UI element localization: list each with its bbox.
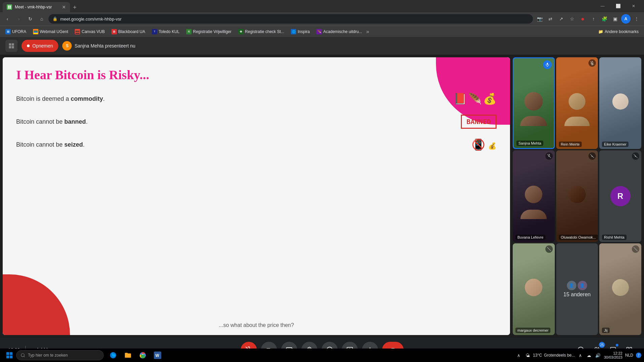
maximize-button[interactable]: ⬜	[610, 0, 626, 12]
close-button[interactable]: ✕	[626, 0, 641, 12]
oluwatobi-video	[556, 150, 598, 242]
svg-rect-12	[9, 43, 11, 46]
taskbar-files[interactable]	[121, 349, 135, 362]
bookmark-academische[interactable]: 🪶 Academische uitdru...	[314, 28, 365, 36]
record-dot	[27, 44, 30, 47]
participant-tile-eike[interactable]: Eike Kraemer	[599, 57, 641, 149]
systray-network[interactable]: ∧	[577, 352, 584, 359]
translate-icon[interactable]: ⇄	[546, 14, 555, 24]
svg-rect-3	[10, 7, 11, 9]
bookmark-star-icon[interactable]: ☆	[567, 14, 577, 24]
camera-icon[interactable]: 📷	[535, 14, 544, 24]
bookmark-webmail[interactable]: Webmail UGent	[30, 28, 71, 36]
participant-tile-others[interactable]: 👤 👤 15 anderen	[556, 243, 598, 335]
participant-tile-rishil[interactable]: R Rishil Mehta	[599, 150, 641, 242]
new-tab-button[interactable]: +	[70, 3, 79, 12]
window-controls: — ⬜ ✕	[595, 0, 641, 12]
address-bar[interactable]: 🔒 meet.google.com/vmk-hhbp-vsr	[48, 14, 533, 24]
svg-rect-16	[547, 63, 548, 65]
slide-item-1: Bitcoin is deemed a commodity. 📕🪶💰	[16, 92, 497, 105]
refresh-button[interactable]: ↻	[26, 14, 35, 24]
minimize-button[interactable]: —	[595, 0, 610, 12]
buvana-mute-icon	[545, 152, 553, 160]
extension-icon[interactable]: ●	[578, 14, 587, 24]
puzzle-icon[interactable]: 🧩	[600, 14, 609, 24]
bookmark-registratie-check[interactable]: ✚ Registratie check St...	[236, 28, 287, 36]
back-button[interactable]: ‹	[3, 14, 12, 24]
start-button[interactable]	[3, 349, 16, 362]
taskbar-clock[interactable]: 12:22 30/03/2023	[604, 351, 622, 359]
bookmark-toledo[interactable]: T Toledo KUL	[149, 28, 182, 36]
svg-rect-7	[34, 33, 38, 34]
windows-taskbar: Typ hier om te zoeken W ∧ 🌤 13°C Grotend…	[0, 349, 644, 362]
participant-tile-margaux[interactable]: margaux decremer	[513, 243, 555, 335]
svg-rect-14	[9, 46, 11, 49]
clock-date: 30/03/2023	[604, 355, 622, 359]
registratie-label: Registratie Vrijwilliger	[193, 29, 231, 34]
home-button[interactable]: ⌂	[37, 14, 46, 24]
taskbar-word[interactable]: W	[151, 349, 164, 362]
profile-button[interactable]: A	[621, 14, 631, 24]
split-view-icon[interactable]: ▣	[610, 14, 620, 24]
svg-rect-13	[12, 43, 14, 46]
jij-video	[599, 243, 641, 335]
systray-volume[interactable]: 🔊	[595, 352, 601, 359]
bookmark-ufora[interactable]: 🏛 UFORA	[3, 28, 29, 36]
svg-rect-9	[75, 31, 79, 32]
rishil-name: Rishil Mehta	[602, 235, 626, 240]
notification-badge[interactable]: 7	[636, 353, 641, 358]
svg-rect-5	[34, 31, 38, 32]
svg-line-20	[590, 154, 594, 158]
systray-up-arrow[interactable]: ∧	[515, 352, 522, 359]
slide-content: I Hear Bitcoin is Risky... Bitcoin is de…	[3, 57, 510, 322]
record-label: Opnemen	[32, 43, 53, 49]
profile-extension-icon[interactable]: ↑	[589, 14, 598, 24]
buvana-name: Buvana Lefevre	[515, 235, 545, 240]
other-bookmarks[interactable]: 📁 Andere bookmarks	[596, 28, 641, 35]
tab-close-button[interactable]: ✕	[62, 4, 66, 10]
svg-rect-46	[10, 356, 12, 358]
taskbar-apps: W	[106, 349, 164, 362]
menu-button[interactable]: ⋮	[632, 14, 641, 24]
bookmark-canvas[interactable]: Canvas VUB	[72, 28, 107, 36]
inspira-icon: 🌐	[291, 29, 296, 34]
share-icon[interactable]: ↗	[556, 14, 566, 24]
participant-tile-oluwatobi[interactable]: Oluwatobi Owamok...	[556, 150, 598, 242]
svg-point-47	[21, 354, 24, 357]
bookmark-inspira[interactable]: 🌐 Inspira	[288, 28, 312, 36]
svg-rect-8	[75, 30, 79, 31]
tab-favicon	[7, 4, 12, 10]
slide-item-3-text: Bitcoin cannot be seized.	[16, 141, 465, 148]
oluwatobi-name: Oluwatobi Owamok...	[559, 235, 598, 240]
taskbar-edge[interactable]	[106, 349, 120, 362]
jij-mute-icon	[632, 245, 639, 253]
active-tab[interactable]: Meet - vmk-hhbp-vsr ✕	[3, 2, 70, 12]
other-bookmarks-label: Andere bookmarks	[605, 29, 639, 34]
toledo-label: Toledo KUL	[159, 29, 179, 34]
participant-tile-rein[interactable]: Rein Meirte	[556, 57, 598, 149]
others-avatars: 👤 👤 15 anderen	[564, 281, 591, 298]
systray-weather[interactable]: 🌤	[524, 352, 531, 359]
buvana-video	[513, 150, 555, 242]
participant-tile-buvana[interactable]: Buvana Lefevre	[513, 150, 555, 242]
bookmark-blackboard[interactable]: B Blackboard UA	[109, 28, 148, 36]
systray-cloud[interactable]: ☁	[586, 352, 592, 359]
more-bookmarks-button[interactable]: »	[366, 29, 369, 35]
slide-footer: ...so what about the price then?	[3, 322, 510, 335]
grid-icon[interactable]	[5, 40, 18, 52]
participant-tile-jij[interactable]: Jij	[599, 243, 641, 335]
browser-chrome: Meet - vmk-hhbp-vsr ✕ + — ⬜ ✕ ‹ › ↻ ⌂ 🔒 …	[0, 0, 644, 37]
meet-header: Opnemen S Sanjna Mehta presenteert nu	[0, 37, 644, 55]
rishil-avatar: R	[610, 186, 631, 206]
participant-tile-sanjna[interactable]: Sanjna Mehta	[513, 57, 555, 149]
svg-line-23	[634, 247, 637, 251]
bookmark-registratie[interactable]: R Registratie Vrijwilliger	[183, 28, 234, 36]
sanjna-mic-active	[543, 60, 552, 69]
record-button[interactable]: Opnemen	[22, 40, 58, 52]
search-bar[interactable]: Typ hier om te zoeken	[16, 350, 104, 360]
participants-panel: Sanjna Mehta Rein Meirte Eike Kraemer	[513, 55, 644, 338]
forward-button[interactable]: ›	[14, 14, 24, 24]
taskbar-chrome[interactable]	[136, 349, 149, 362]
sanjna-video	[514, 58, 554, 148]
other-bookmarks-icon: 📁	[598, 29, 603, 34]
